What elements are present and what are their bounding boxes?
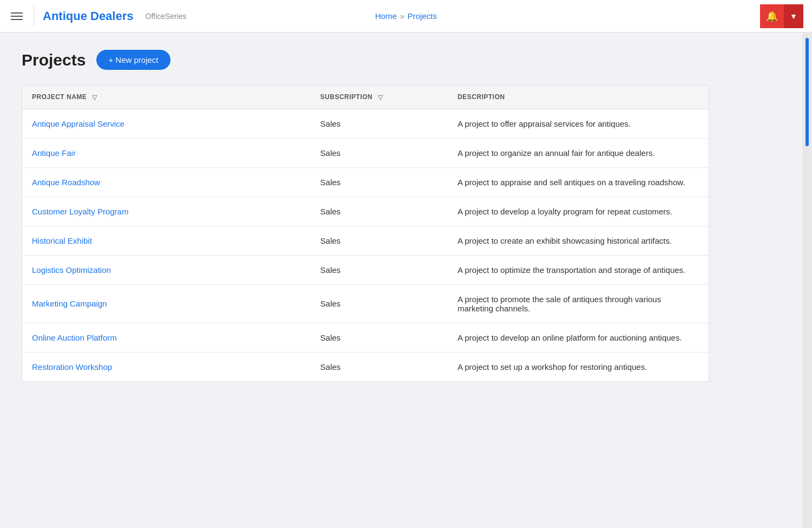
hamburger-menu[interactable] bbox=[9, 10, 25, 22]
scroll-thumb[interactable] bbox=[806, 38, 809, 146]
table-row: Antique RoadshowSalesA project to apprai… bbox=[22, 167, 709, 197]
page-header: Projects + New project bbox=[22, 50, 709, 70]
project-link[interactable]: Historical Exhibit bbox=[32, 236, 92, 245]
table-row: Logistics OptimizationSalesA project to … bbox=[22, 255, 709, 284]
subscription-cell: Sales bbox=[311, 197, 448, 226]
project-link[interactable]: Online Auction Platform bbox=[32, 333, 117, 342]
table-row: Customer Loyalty ProgramSalesA project t… bbox=[22, 197, 709, 226]
subscription-cell: Sales bbox=[311, 138, 448, 167]
project-link[interactable]: Customer Loyalty Program bbox=[32, 207, 128, 216]
project-name-cell: Antique Roadshow bbox=[22, 167, 311, 197]
project-name-cell: Historical Exhibit bbox=[22, 226, 311, 255]
description-cell: A project to organize an annual fair for… bbox=[448, 138, 709, 167]
breadcrumb-nav: Home » Projects bbox=[375, 11, 437, 21]
table-row: Restoration WorkshopSalesA project to se… bbox=[22, 352, 709, 381]
project-name-cell: Logistics Optimization bbox=[22, 255, 311, 284]
description-cell: A project to develop an online platform … bbox=[448, 323, 709, 352]
main-content: Projects + New project PROJECT NAME ▽ SU… bbox=[0, 32, 731, 399]
filter-project-icon[interactable]: ▽ bbox=[92, 94, 97, 101]
new-project-button[interactable]: + New project bbox=[96, 50, 170, 70]
description-cell: A project to appraise and sell antiques … bbox=[448, 167, 709, 197]
description-cell: A project to optimize the transportation… bbox=[448, 255, 709, 284]
project-name-cell: Online Auction Platform bbox=[22, 323, 311, 352]
projects-table-container: PROJECT NAME ▽ SUBSCRIPTION ▽ DESCRIPTIO… bbox=[22, 85, 709, 382]
filter-subscription-icon[interactable]: ▽ bbox=[378, 94, 383, 101]
subscription-cell: Sales bbox=[311, 323, 448, 352]
nav-separator: » bbox=[400, 12, 404, 21]
app-title: Antique Dealers bbox=[43, 9, 134, 23]
user-dropdown-button[interactable]: ▼ bbox=[784, 4, 803, 28]
project-name-cell: Restoration Workshop bbox=[22, 352, 311, 381]
chevron-down-icon: ▼ bbox=[790, 12, 797, 21]
scrollbar[interactable] bbox=[802, 32, 812, 399]
nav-projects[interactable]: Projects bbox=[408, 11, 437, 21]
description-cell: A project to develop a loyalty program f… bbox=[448, 197, 709, 226]
header-right: 🔔 ▼ bbox=[760, 4, 803, 28]
table-row: Online Auction PlatformSalesA project to… bbox=[22, 323, 709, 352]
page-title: Projects bbox=[22, 51, 86, 69]
table-row: Antique FairSalesA project to organize a… bbox=[22, 138, 709, 167]
subscription-cell: Sales bbox=[311, 352, 448, 381]
project-name-cell: Marketing Campaign bbox=[22, 284, 311, 323]
project-link[interactable]: Logistics Optimization bbox=[32, 265, 111, 275]
subscription-cell: Sales bbox=[311, 226, 448, 255]
table-row: Marketing CampaignSalesA project to prom… bbox=[22, 284, 709, 323]
description-cell: A project to set up a workshop for resto… bbox=[448, 352, 709, 381]
subscription-cell: Sales bbox=[311, 167, 448, 197]
col-project-name: PROJECT NAME ▽ bbox=[22, 86, 311, 109]
table-header: PROJECT NAME ▽ SUBSCRIPTION ▽ DESCRIPTIO… bbox=[22, 86, 709, 109]
subscription-cell: Sales bbox=[311, 284, 448, 323]
subscription-cell: Sales bbox=[311, 109, 448, 138]
project-link[interactable]: Antique Appraisal Service bbox=[32, 119, 125, 128]
description-cell: A project to offer appraisal services fo… bbox=[448, 109, 709, 138]
header-divider bbox=[34, 5, 34, 27]
description-cell: A project to promote the sale of antique… bbox=[448, 284, 709, 323]
project-link[interactable]: Restoration Workshop bbox=[32, 362, 112, 371]
project-name-cell: Antique Appraisal Service bbox=[22, 109, 311, 138]
project-link[interactable]: Antique Fair bbox=[32, 148, 76, 158]
nav-home[interactable]: Home bbox=[375, 11, 397, 21]
app-header: Antique Dealers OfficeSeries Home » Proj… bbox=[0, 0, 812, 32]
subscription-cell: Sales bbox=[311, 255, 448, 284]
notification-button[interactable]: 🔔 bbox=[760, 4, 784, 28]
project-link[interactable]: Antique Roadshow bbox=[32, 178, 100, 187]
table-row: Antique Appraisal ServiceSalesA project … bbox=[22, 109, 709, 138]
header-left: Antique Dealers OfficeSeries bbox=[9, 5, 187, 27]
col-subscription: SUBSCRIPTION ▽ bbox=[311, 86, 448, 109]
bell-icon: 🔔 bbox=[766, 10, 778, 22]
table-row: Historical ExhibitSalesA project to crea… bbox=[22, 226, 709, 255]
project-name-cell: Customer Loyalty Program bbox=[22, 197, 311, 226]
table-body: Antique Appraisal ServiceSalesA project … bbox=[22, 109, 709, 381]
project-link[interactable]: Marketing Campaign bbox=[32, 299, 107, 308]
project-name-cell: Antique Fair bbox=[22, 138, 311, 167]
col-description: DESCRIPTION bbox=[448, 86, 709, 109]
app-subtitle: OfficeSeries bbox=[146, 12, 187, 21]
description-cell: A project to create an exhibit showcasin… bbox=[448, 226, 709, 255]
projects-table: PROJECT NAME ▽ SUBSCRIPTION ▽ DESCRIPTIO… bbox=[22, 86, 709, 381]
